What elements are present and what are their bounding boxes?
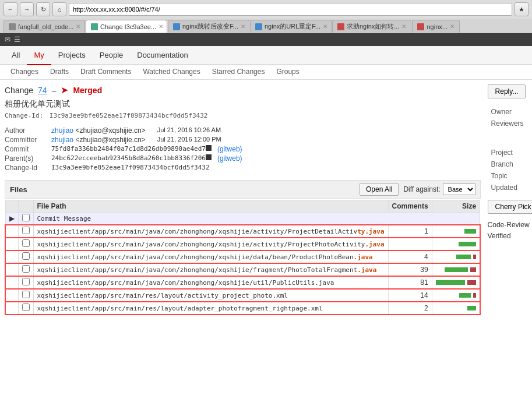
parent-hash: 24bc622ecceebab92345b8d8a260c1bb8336f206: [51, 154, 206, 162]
file-row-6[interactable]: xqshijieclient/app/src/main/res/layout/a…: [5, 302, 480, 315]
committer-date: Jul 21, 2016 12:00 PM: [157, 136, 221, 143]
tab-4[interactable]: nginx的URL重定F... ✕: [250, 20, 332, 33]
tab-close-3[interactable]: ✕: [241, 23, 245, 30]
file-4-size-green: [436, 280, 465, 285]
code-review-label: Code-Review: [488, 221, 530, 229]
code-review-row: Code-Review +2 王忠刚: [488, 220, 532, 230]
diff-against-control: Diff against: Base: [403, 183, 475, 195]
tab-5[interactable]: 求助nginx如何转... ✕: [332, 20, 411, 33]
nav-people[interactable]: People: [93, 46, 130, 64]
change-dash: –: [52, 86, 57, 95]
file-0-path: xqshijieclient/app/src/main/java/com/zho…: [33, 225, 388, 238]
tab-1[interactable]: fangfull_old_code... ✕: [3, 20, 85, 33]
committer-name-link[interactable]: zhujiao: [51, 136, 73, 144]
file-2-size: [432, 250, 480, 263]
file-1-path: xqshijieclient/app/src/main/java/com/zho…: [33, 238, 388, 250]
file-4-size-red: [467, 280, 476, 285]
tab-favicon-1: [9, 23, 16, 30]
nav-projects[interactable]: Projects: [51, 46, 93, 64]
file-row-1[interactable]: xqshijieclient/app/src/main/java/com/zho…: [5, 238, 480, 250]
subnav-changes[interactable]: Changes: [5, 65, 44, 79]
star-button[interactable]: ★: [515, 2, 529, 16]
file-2-expand: [5, 250, 18, 263]
action-buttons: Cherry Pick Revert: [488, 200, 532, 214]
file-4-path: xqshijieclient/app/src/main/java/com/zho…: [33, 276, 388, 289]
back-button[interactable]: ←: [3, 2, 17, 16]
expand-icon: ▶: [9, 214, 15, 223]
menu-icon[interactable]: ☰: [14, 36, 20, 44]
tab-label-1: fangfull_old_code...: [18, 23, 73, 30]
file-1-checkbox-cell: [18, 238, 33, 250]
file-3-expand: [5, 263, 18, 276]
home-button[interactable]: ⌂: [52, 2, 66, 16]
changeid-val: I3c9a3ee9bfe052eae17f09873434bcf0dd5f343…: [51, 164, 210, 171]
subnav-starred-changes[interactable]: Starred Changes: [206, 65, 271, 79]
file-1-path-bold: .java: [365, 241, 384, 248]
nav-documentation[interactable]: Documentation: [130, 46, 195, 64]
tab-2[interactable]: Change I3c9a3ee... ✕: [86, 20, 167, 33]
commit-checkbox-cell: [18, 213, 33, 225]
file-6-checkbox[interactable]: [22, 303, 30, 311]
diff-against-select[interactable]: Base: [443, 183, 475, 195]
reply-button[interactable]: Reply...: [488, 84, 526, 98]
file-1-size-green: [459, 242, 476, 246]
commit-gitweb-link[interactable]: (gitweb): [217, 145, 242, 153]
files-controls: Open All Diff against: Base: [360, 183, 475, 196]
cherry-pick-button[interactable]: Cherry Pick: [488, 200, 532, 214]
change-id-line: Change-Id: I3c9a3ee9bfe052eae17f09873434…: [5, 112, 481, 119]
tab-close-4[interactable]: ✕: [323, 23, 327, 30]
forward-button[interactable]: →: [20, 2, 34, 16]
vote-section: Code-Review +2 王忠刚 Verified +1 王忠刚: [488, 220, 532, 241]
files-table: File Path Comments Size ▶ Commit Message: [5, 200, 481, 315]
notification-icon[interactable]: ✉: [5, 36, 10, 44]
tab-close-6[interactable]: ✕: [450, 23, 455, 30]
file-3-size-green: [445, 267, 468, 272]
file-row-3[interactable]: xqshijieclient/app/src/main/java/com/zho…: [5, 263, 480, 276]
file-0-size-bars: [436, 229, 476, 234]
info-table: Owner Reviewers Project xqsj_android: [488, 105, 532, 194]
tab-label-2: Change I3c9a3ee...: [100, 23, 156, 30]
file-row-2[interactable]: xqshijieclient/app/src/main/java/com/zho…: [5, 250, 480, 263]
file-0-expand: [5, 225, 18, 238]
nav-my[interactable]: My: [27, 46, 51, 65]
file-0-checkbox[interactable]: [22, 227, 30, 234]
th-expand: [5, 200, 18, 213]
file-3-checkbox[interactable]: [22, 265, 30, 273]
change-title: 相册优化单元测试: [5, 99, 481, 110]
commit-checkbox[interactable]: [22, 214, 30, 221]
nav-all[interactable]: All: [5, 46, 27, 64]
topic-row: Topic: [489, 171, 532, 181]
parent-gitweb-link[interactable]: (gitweb): [217, 154, 242, 163]
file-4-checkbox[interactable]: [22, 278, 30, 285]
file-3-size-red: [470, 267, 476, 272]
file-row-5[interactable]: xqshijieclient/app/src/main/res/layout/a…: [5, 289, 480, 302]
subnav-watched-changes[interactable]: Watched Changes: [137, 65, 206, 79]
project-row: Project xqsj_android: [489, 147, 532, 158]
file-row-0[interactable]: xqshijieclient/app/src/main/java/com/zho…: [5, 225, 480, 238]
tab-3[interactable]: nginx跳转后改变F... ✕: [168, 20, 249, 33]
tab-close-1[interactable]: ✕: [76, 23, 80, 30]
reload-button[interactable]: ↻: [36, 2, 50, 16]
page-content: Change 74 – ➤ Merged 相册优化单元测试 Change-Id:…: [0, 80, 532, 320]
tab-close-5[interactable]: ✕: [401, 23, 406, 30]
file-6-size-green: [467, 306, 476, 310]
change-number-link[interactable]: 74: [38, 86, 47, 95]
author-name-link[interactable]: zhujiao: [51, 126, 73, 135]
file-1-checkbox[interactable]: [22, 239, 30, 247]
file-row-4[interactable]: xqshijieclient/app/src/main/java/com/zho…: [5, 276, 480, 289]
file-2-path: xqshijieclient/app/src/main/java/com/zho…: [33, 250, 388, 263]
main-nav: All My Projects People Documentation: [0, 46, 532, 65]
subnav-draft-comments[interactable]: Draft Comments: [75, 65, 137, 79]
address-bar[interactable]: [69, 3, 512, 16]
tab-close-2[interactable]: ✕: [158, 23, 163, 30]
file-2-checkbox[interactable]: [22, 252, 30, 260]
branch-row: Branch master: [489, 159, 532, 170]
subnav-drafts[interactable]: Drafts: [44, 65, 75, 79]
open-all-button[interactable]: Open All: [360, 183, 399, 196]
file-0-comments: 1: [388, 225, 432, 238]
file-1-expand: [5, 238, 18, 250]
subnav-groups[interactable]: Groups: [270, 65, 305, 79]
tab-6[interactable]: nginx... ✕: [412, 20, 459, 33]
commit-message-row[interactable]: ▶ Commit Message: [5, 213, 480, 225]
file-5-checkbox[interactable]: [22, 291, 30, 298]
